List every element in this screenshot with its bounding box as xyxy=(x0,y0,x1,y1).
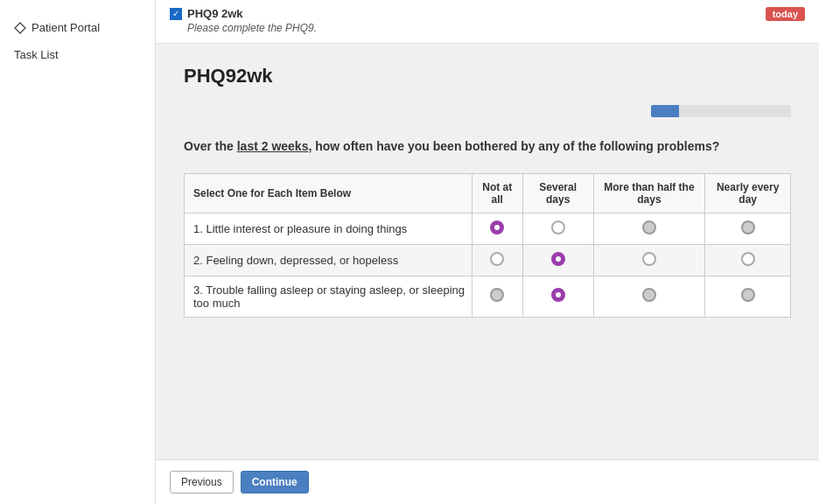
radio-button[interactable] xyxy=(642,288,656,302)
radio-button[interactable] xyxy=(490,288,504,302)
row-1-question: 1. Little interest or pleasure in doing … xyxy=(185,213,472,244)
sidebar-item-patient-portal[interactable]: Patient Portal xyxy=(0,14,155,41)
row-1-col-1[interactable] xyxy=(522,213,593,244)
row-2-col-0[interactable] xyxy=(472,244,522,276)
row-1-col-3[interactable] xyxy=(705,213,791,244)
footer: Previous Continue xyxy=(156,459,819,504)
sidebar-portal-label: Patient Portal xyxy=(32,21,100,34)
sidebar-item-task-list[interactable]: Task List xyxy=(0,41,155,68)
radio-button[interactable] xyxy=(642,252,656,266)
row-2-col-1[interactable] xyxy=(522,244,593,276)
row-2-col-3[interactable] xyxy=(705,244,791,276)
col-header-not-at-all: Not at all xyxy=(472,173,522,213)
radio-button[interactable] xyxy=(551,252,565,266)
question-text: Over the last 2 weeks, how often have yo… xyxy=(184,138,791,156)
row-3-col-2[interactable] xyxy=(593,276,705,317)
table-header-question: Select One for Each Item Below xyxy=(185,173,472,213)
continue-button[interactable]: Continue xyxy=(241,471,309,494)
radio-button[interactable] xyxy=(490,220,504,234)
radio-button[interactable] xyxy=(741,252,755,266)
table-row: 3. Trouble falling asleep or staying asl… xyxy=(185,276,791,317)
main-area: ✓ PHQ9 2wk Please complete the PHQ9. tod… xyxy=(156,0,819,504)
sidebar: Patient Portal Task List xyxy=(0,0,156,504)
header-title-row: ✓ PHQ9 2wk xyxy=(170,7,317,20)
svg-marker-0 xyxy=(15,23,25,33)
form-content: PHQ92wk Over the last 2 weeks, how often… xyxy=(156,44,819,459)
row-3-col-1[interactable] xyxy=(522,276,593,317)
table-row: 2. Feeling down, depressed, or hopeless xyxy=(185,244,791,276)
row-1-col-0[interactable] xyxy=(472,213,522,244)
header-title-area: ✓ PHQ9 2wk Please complete the PHQ9. xyxy=(170,7,317,34)
header: ✓ PHQ9 2wk Please complete the PHQ9. tod… xyxy=(156,0,819,44)
row-2-question: 2. Feeling down, depressed, or hopeless xyxy=(185,244,472,276)
col-header-nearly-every-day: Nearly every day xyxy=(705,173,791,213)
previous-button[interactable]: Previous xyxy=(170,471,234,494)
radio-button[interactable] xyxy=(490,252,504,266)
row-3-question: 3. Trouble falling asleep or staying asl… xyxy=(185,276,472,317)
diamond-icon xyxy=(14,22,26,34)
response-table: Select One for Each Item Below Not at al… xyxy=(184,173,791,318)
progress-bar-container xyxy=(184,105,791,117)
progress-bar-fill xyxy=(651,105,679,117)
checkbox-icon: ✓ xyxy=(170,8,182,20)
radio-button[interactable] xyxy=(741,220,755,234)
col-header-several-days: Several days xyxy=(522,173,593,213)
form-title: PHQ92wk xyxy=(184,65,791,88)
progress-bar-track xyxy=(651,105,791,117)
radio-button[interactable] xyxy=(642,220,656,234)
radio-button[interactable] xyxy=(551,220,565,234)
radio-button[interactable] xyxy=(741,288,755,302)
col-header-more-than-half: More than half the days xyxy=(593,173,705,213)
radio-button[interactable] xyxy=(551,288,565,302)
row-1-col-2[interactable] xyxy=(593,213,705,244)
header-title: PHQ9 2wk xyxy=(187,7,243,20)
header-subtitle: Please complete the PHQ9. xyxy=(170,22,317,34)
today-badge: today xyxy=(766,7,805,21)
row-3-col-0[interactable] xyxy=(472,276,522,317)
row-2-col-2[interactable] xyxy=(593,244,705,276)
row-3-col-3[interactable] xyxy=(705,276,791,317)
sidebar-tasklist-label: Task List xyxy=(14,48,59,61)
table-row: 1. Little interest or pleasure in doing … xyxy=(185,213,791,244)
